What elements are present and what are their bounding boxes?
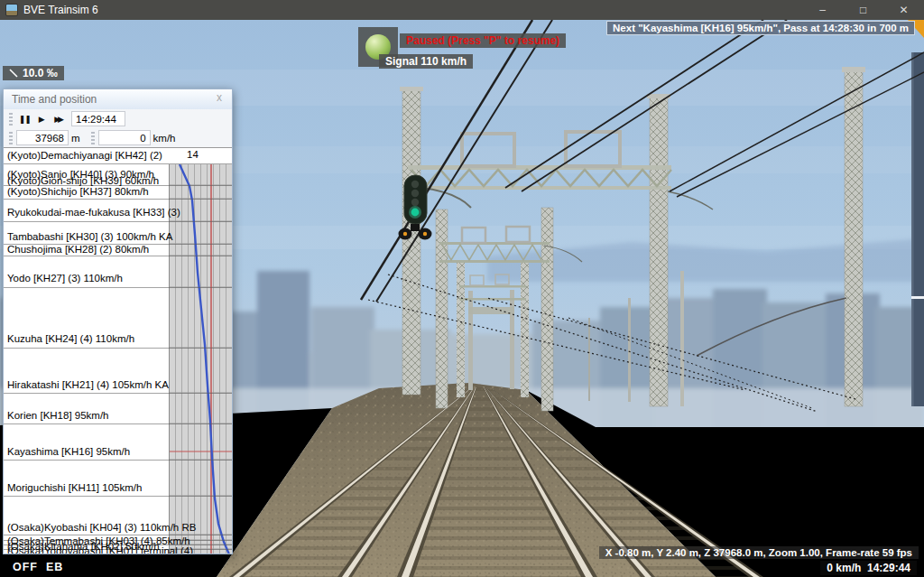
bve-trainsim-window: BVE Trainsim 6 – □ ✕ 10.0 ‰ Paused (Pres… [0, 0, 924, 577]
station-row[interactable]: Yodo [KH27] (3) 110km/h [7, 273, 123, 284]
speed-time-readout: 0 km/h 14:29:44 [820, 561, 917, 575]
panel-toolbar: ❚❚ ▶ ▶▶ 14:29:44 37968 m 0 km/h [4, 109, 232, 147]
minimize-button[interactable]: – [802, 0, 843, 20]
station-row[interactable]: (Osaka)Kyobashi [KH04] (3) 110km/h RB [7, 522, 196, 533]
play-button[interactable]: ▶ [33, 111, 50, 126]
station-row[interactable]: (Osaka)Yodoyabashi [KH01] terminal (4) [7, 545, 193, 554]
diagram-hgrid [170, 185, 232, 549]
app-icon [5, 4, 18, 16]
panel-title-text: Time and position [12, 93, 97, 106]
paused-message: Paused (Press "P" to resume) [400, 33, 566, 48]
station-separator [4, 348, 232, 349]
position-unit: m [71, 133, 80, 144]
maximize-button[interactable]: □ [843, 0, 883, 20]
station-row[interactable]: (Kyoto)Demachiyanagi [KH42] (2) [7, 150, 162, 161]
station-row[interactable]: Moriguchishi [KH11] 105km/h [7, 482, 142, 493]
toolbar-grip-icon [91, 132, 95, 144]
station-row[interactable]: Chushojima [KH28] (2) 80km/h [7, 244, 149, 255]
speed-field[interactable]: 0 [98, 130, 151, 145]
panel-titlebar[interactable]: Time and position x [4, 89, 232, 109]
next-station-message: Next "Kayashima [KH16] 95km/h", Pass at … [606, 21, 915, 35]
station-separator [4, 393, 232, 394]
pause-button[interactable]: ❚❚ [16, 111, 33, 126]
station-row[interactable]: Kayashima [KH16] 95km/h [7, 446, 130, 457]
station-separator [4, 163, 232, 164]
toolbar-grip-icon [9, 113, 13, 126]
station-separator [4, 460, 232, 461]
station-row[interactable]: Tambabashi [KH30] (3) 100km/h KA [7, 231, 172, 242]
station-row[interactable]: Ryukokudai-mae-fukakusa [KH33] (3) [7, 207, 180, 218]
time-position-panel: Time and position x ❚❚ ▶ ▶▶ 14:29:44 379… [3, 88, 233, 554]
close-button[interactable]: ✕ [883, 0, 924, 20]
station-row[interactable]: (Kyoto)Shichijo [KH37] 80km/h [7, 186, 149, 197]
station-separator [4, 256, 232, 256]
fast-forward-button[interactable]: ▶▶ [50, 111, 66, 126]
position-field[interactable]: 37968 [16, 130, 69, 145]
station-list: 14 (Kyoto)Demachiyanagi [KH42] (2)(Kyoto… [4, 147, 232, 554]
station-row[interactable]: Hirakatashi [KH21] (4) 105km/h KA [7, 379, 169, 390]
diagram-hour-label: 14 [187, 149, 199, 160]
clock-field[interactable]: 14:29:44 [71, 111, 125, 126]
station-row[interactable]: (Kyoto)Gion-shijo [KH39] 60km/h [7, 175, 159, 186]
panel-close-button[interactable]: x [212, 91, 226, 104]
ats-lamps: OFF EB [6, 560, 69, 574]
station-separator [4, 423, 232, 424]
signal-limit-message: Signal 110 km/h [379, 54, 473, 69]
window-titlebar: BVE Trainsim 6 – □ ✕ [0, 0, 924, 20]
camera-coordinates: X -0.80 m, Y 2.40 m, Z 37968.0 m, Zoom 1… [599, 546, 919, 559]
station-separator [4, 221, 232, 222]
speed-unit: km/h [153, 133, 176, 144]
gradient-indicator: 10.0 ‰ [3, 66, 64, 80]
station-row[interactable]: Korien [KH18] 95km/h [7, 410, 109, 421]
station-separator [4, 199, 232, 200]
station-separator [4, 496, 232, 497]
station-separator [4, 287, 232, 288]
window-title: BVE Trainsim 6 [23, 4, 98, 16]
toolbar-grip-icon [9, 132, 13, 144]
station-row[interactable]: Kuzuha [KH24] (4) 110km/h [7, 333, 134, 344]
gradient-down-icon [9, 69, 18, 78]
